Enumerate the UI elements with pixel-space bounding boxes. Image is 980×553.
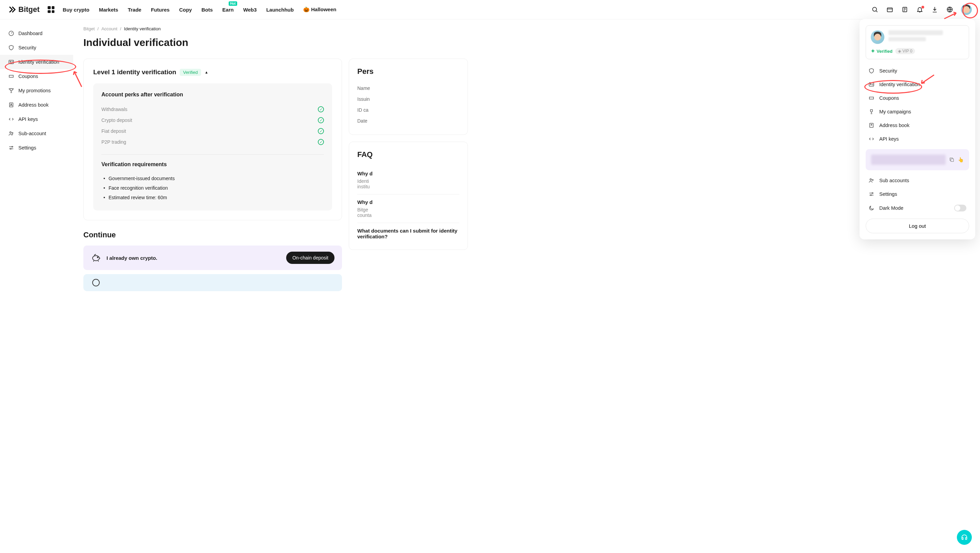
nav-markets[interactable]: Markets <box>99 7 118 13</box>
faq-q2: Why d <box>357 194 460 207</box>
dd-label: Settings <box>879 191 897 197</box>
svg-point-13 <box>92 256 99 261</box>
logo-icon <box>8 5 16 14</box>
bell-icon[interactable] <box>916 6 924 13</box>
svg-point-22 <box>872 180 873 180</box>
shield-icon <box>869 68 875 74</box>
avatar-button[interactable] <box>961 4 972 15</box>
check-icon: ✓ <box>318 139 324 145</box>
continue-title: Continue <box>83 231 342 239</box>
notification-dot <box>921 6 924 8</box>
req-title: Verification requirements <box>102 161 324 167</box>
dd-address-book[interactable]: Address book <box>865 118 969 132</box>
perk-fiat-deposit: Fiat deposit ✓ <box>102 126 324 137</box>
perk-label: P2P trading <box>102 139 126 145</box>
faq-q1: Why d <box>357 166 460 178</box>
dd-dark-mode[interactable]: Dark Mode <box>865 201 969 215</box>
dd-api-keys[interactable]: API keys <box>865 132 969 146</box>
hot-badge: Hot <box>229 2 237 6</box>
perk-label: Withdrawals <box>102 107 127 112</box>
nav-buy-crypto[interactable]: Buy crypto <box>63 7 89 13</box>
perk-crypto-deposit: Crypto deposit ✓ <box>102 115 324 126</box>
dd-label: API keys <box>879 136 899 142</box>
dd-security[interactable]: Security <box>865 64 969 78</box>
dd-label: Sub accounts <box>879 178 909 183</box>
collapse-caret-icon[interactable]: ▲ <box>205 70 208 74</box>
brand-name: Bitget <box>18 5 40 14</box>
id-card-icon <box>8 59 14 65</box>
nav-earn[interactable]: Earn Hot <box>222 7 234 13</box>
moon-icon <box>869 205 875 211</box>
svg-point-12 <box>10 148 11 150</box>
faq-a1: Identiinstitu <box>357 178 460 194</box>
svg-point-17 <box>870 84 871 85</box>
dd-label: Coupons <box>879 96 899 101</box>
nav-copy[interactable]: Copy <box>179 7 192 13</box>
orders-icon[interactable] <box>901 6 908 13</box>
second-action-card <box>83 274 342 291</box>
sidebar-item-dashboard[interactable]: Dashboard <box>0 26 73 40</box>
dd-campaigns[interactable]: My campaigns <box>865 105 969 118</box>
level1-card: Level 1 identity verification Verified ▲… <box>83 59 342 220</box>
nav-web3[interactable]: Web3 <box>243 7 257 13</box>
piggy-icon <box>91 253 101 263</box>
deposit-button[interactable]: On-chain deposit <box>286 252 334 264</box>
download-icon[interactable] <box>931 6 939 13</box>
blurred-referral <box>871 155 946 165</box>
check-icon: ✓ <box>318 117 324 123</box>
nav-bots[interactable]: Bots <box>202 7 213 13</box>
blurred-username <box>888 30 943 35</box>
sidebar-item-coupons[interactable]: Coupons <box>0 69 73 83</box>
globe-icon[interactable] <box>946 6 953 13</box>
sidebar-item-sub-account[interactable]: Sub-account <box>0 126 73 141</box>
nav-trade[interactable]: Trade <box>127 7 141 13</box>
check-icon: ✓ <box>318 106 324 112</box>
perks-title: Account perks after verification <box>102 92 324 98</box>
sidebar-label: My promotions <box>18 88 51 93</box>
sidebar-item-api-keys[interactable]: API keys <box>0 112 73 126</box>
sidebar-item-address-book[interactable]: Address book <box>0 98 73 112</box>
breadcrumb-current: Identity verification <box>124 26 161 31</box>
copy-icon[interactable] <box>949 157 955 163</box>
dd-label: Dark Mode <box>879 206 904 211</box>
code-icon <box>869 136 875 142</box>
nav-halloween[interactable]: Halloween <box>303 6 336 13</box>
sidebar-label: Coupons <box>18 73 38 79</box>
svg-point-23 <box>872 193 873 194</box>
sidebar-item-settings[interactable]: Settings <box>0 141 73 155</box>
svg-point-0 <box>872 7 877 11</box>
logout-button[interactable]: Log out <box>865 218 969 233</box>
apps-icon[interactable] <box>48 6 54 13</box>
dd-identity[interactable]: Identity verification <box>865 78 969 91</box>
sidebar-label: Security <box>18 45 36 50</box>
sidebar-item-promotions[interactable]: My promotions <box>0 83 73 98</box>
shield-icon <box>8 45 14 51</box>
dd-referral-box: 👆 <box>865 149 969 170</box>
breadcrumb-root[interactable]: Bitget <box>83 26 95 31</box>
dd-sub-accounts[interactable]: Sub accounts <box>865 174 969 187</box>
dark-mode-toggle[interactable] <box>954 205 966 212</box>
req-item: Estimated review time: 60m <box>103 193 324 202</box>
sidebar-label: API keys <box>18 116 38 122</box>
hand-icon[interactable]: 👆 <box>958 157 964 163</box>
sliders-icon <box>869 191 875 197</box>
search-icon[interactable] <box>871 6 878 13</box>
svg-point-14 <box>97 257 98 258</box>
trophy-icon <box>8 88 14 94</box>
header-actions <box>871 4 972 15</box>
dd-settings[interactable]: Settings <box>865 187 969 201</box>
nav-futures[interactable]: Futures <box>151 7 169 13</box>
dd-label: Security <box>879 68 897 73</box>
svg-point-6 <box>10 61 11 62</box>
dd-coupons[interactable]: Coupons <box>865 91 969 105</box>
req-list: Government-issued documents Face recogni… <box>102 174 324 202</box>
wallet-icon[interactable] <box>886 6 894 13</box>
breadcrumb-account[interactable]: Account <box>102 26 118 31</box>
dd-profile-card[interactable]: Verified VIP 0 <box>865 25 969 59</box>
level1-title: Level 1 identity verification <box>93 69 176 76</box>
sidebar-item-security[interactable]: Security <box>0 40 73 55</box>
sidebar-item-identity[interactable]: Identity verification <box>0 55 73 69</box>
dd-label: My campaigns <box>879 109 911 115</box>
logo[interactable]: Bitget <box>8 5 40 14</box>
nav-launchhub[interactable]: Launchhub <box>266 7 294 13</box>
